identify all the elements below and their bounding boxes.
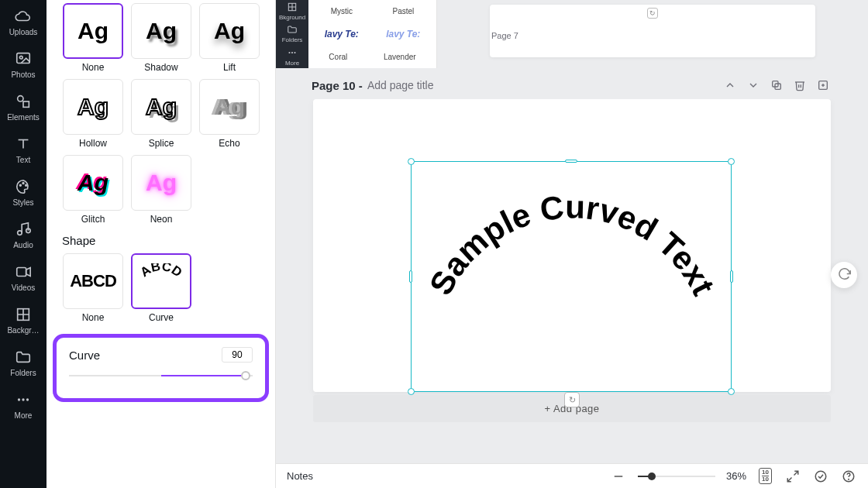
svg-point-12 bbox=[18, 398, 20, 400]
style-thumbnails: Mystic Pastel lavy Te: lavy Te: Coral La… bbox=[308, 0, 437, 68]
style-thumb[interactable]: lavy Te: bbox=[386, 29, 420, 40]
svg-point-2 bbox=[18, 96, 23, 101]
svg-line-29 bbox=[787, 477, 791, 481]
shape-section-title: Shape bbox=[62, 234, 260, 247]
svg-point-1 bbox=[19, 56, 22, 59]
zoom-slider[interactable] bbox=[638, 473, 715, 480]
notes-toggle[interactable]: Notes bbox=[287, 470, 313, 482]
mini-rail-item[interactable]: Folders bbox=[276, 22, 308, 45]
rail-item-photos[interactable]: Photos bbox=[0, 43, 46, 85]
help-button[interactable] bbox=[840, 468, 857, 485]
mini-rail-item[interactable]: Bkground bbox=[276, 0, 308, 22]
side-rail: UploadsPhotosElementsTextStylesAudioVide… bbox=[0, 0, 46, 488]
effect-lift[interactable]: AgLift bbox=[198, 3, 260, 73]
rail-item-audio[interactable]: Audio bbox=[0, 213, 46, 256]
svg-point-6 bbox=[26, 184, 27, 186]
svg-point-19 bbox=[291, 52, 293, 53]
rail-item-folders[interactable]: Folders bbox=[0, 341, 46, 383]
fullscreen-button[interactable] bbox=[784, 468, 801, 485]
zoom-out-button[interactable] bbox=[610, 468, 627, 485]
refresh-icon[interactable]: ↻ bbox=[647, 8, 658, 19]
svg-point-14 bbox=[26, 398, 29, 400]
curve-slider[interactable] bbox=[69, 370, 253, 381]
effect-shadow[interactable]: AgShadow bbox=[130, 3, 192, 73]
bottom-bar: Notes 36% 1010 bbox=[276, 463, 868, 488]
curved-text-element[interactable]: Sample Curved Text bbox=[409, 161, 735, 412]
page-number: Page 10 - bbox=[312, 79, 363, 92]
duplicate-page-button[interactable] bbox=[767, 76, 786, 95]
rail-item-elements[interactable]: Elements bbox=[0, 85, 46, 128]
effect-neon[interactable]: AgNeon bbox=[130, 155, 192, 225]
regenerate-button[interactable] bbox=[831, 262, 857, 288]
mini-rail-item[interactable]: More bbox=[276, 46, 308, 68]
rail-item-styles[interactable]: Styles bbox=[0, 170, 46, 213]
effect-glitch[interactable]: AgGlitch bbox=[62, 155, 124, 225]
style-thumb-label[interactable]: Pastel bbox=[392, 7, 414, 15]
rail-item-text[interactable]: Text bbox=[0, 128, 46, 170]
rail-item-backgr[interactable]: Backgr… bbox=[0, 298, 46, 341]
page-7-card[interactable]: ↻ bbox=[490, 5, 815, 57]
effect-hollow[interactable]: AgHollow bbox=[62, 79, 124, 149]
page-canvas[interactable]: Sample Curved Text bbox=[313, 99, 831, 392]
page-counter[interactable]: 1010 bbox=[757, 466, 773, 486]
svg-point-20 bbox=[294, 52, 295, 53]
effect-none[interactable]: AgNone bbox=[62, 3, 124, 73]
curve-control-highlight: Curve bbox=[53, 334, 269, 402]
effect-splice[interactable]: AgSplice bbox=[130, 79, 192, 149]
style-thumb-label[interactable]: Lavender bbox=[384, 53, 416, 61]
effect-echo[interactable]: AgEcho bbox=[198, 79, 260, 149]
svg-point-4 bbox=[19, 184, 21, 186]
rail-item-uploads[interactable]: Uploads bbox=[0, 0, 46, 43]
svg-rect-9 bbox=[17, 268, 26, 277]
shape-curve[interactable]: ABCDCurve bbox=[130, 253, 192, 323]
previous-pages-strip: BkgroundFoldersMore Mystic Pastel lavy T… bbox=[276, 0, 868, 68]
svg-point-5 bbox=[22, 183, 24, 184]
zoom-level[interactable]: 36% bbox=[726, 470, 746, 482]
rail-item-more[interactable]: More bbox=[0, 383, 46, 426]
collapse-down-button[interactable] bbox=[744, 76, 763, 95]
svg-point-30 bbox=[815, 471, 826, 482]
svg-marker-10 bbox=[26, 268, 30, 277]
add-page-button[interactable]: ↻ + Add page bbox=[313, 395, 831, 422]
page-title-input[interactable]: Add page title bbox=[367, 79, 434, 91]
style-thumb-label[interactable]: Mystic bbox=[331, 7, 353, 15]
editor-area: BkgroundFoldersMore Mystic Pastel lavy T… bbox=[276, 0, 868, 488]
svg-text:Sample Curved Text: Sample Curved Text bbox=[422, 188, 722, 301]
page-7-label: Page 7 bbox=[491, 31, 518, 40]
page-header: Page 10 - Add page title bbox=[276, 68, 868, 99]
svg-line-28 bbox=[794, 471, 798, 475]
delete-page-button[interactable] bbox=[790, 76, 809, 95]
checklist-button[interactable] bbox=[812, 468, 829, 485]
style-thumb[interactable]: lavy Te: bbox=[325, 29, 359, 40]
collapse-up-button[interactable] bbox=[721, 76, 739, 95]
rail-item-videos[interactable]: Videos bbox=[0, 256, 46, 298]
effects-panel: AgNoneAgShadowAgLift AgHollowAgSpliceAgE… bbox=[46, 0, 276, 488]
rotate-handle-icon[interactable]: ↻ bbox=[564, 392, 580, 407]
svg-text:ABCD: ABCD bbox=[138, 263, 185, 280]
svg-rect-3 bbox=[23, 101, 29, 107]
curve-label: Curve bbox=[69, 349, 100, 362]
previous-mini-rail: BkgroundFoldersMore bbox=[276, 0, 308, 68]
svg-point-32 bbox=[849, 479, 849, 479]
new-page-button[interactable] bbox=[814, 76, 832, 95]
style-thumb-label[interactable]: Coral bbox=[329, 53, 347, 61]
shape-none[interactable]: ABCDNone bbox=[62, 253, 124, 323]
curve-value-input[interactable] bbox=[222, 347, 253, 363]
svg-point-18 bbox=[288, 52, 290, 53]
svg-point-13 bbox=[22, 398, 24, 400]
